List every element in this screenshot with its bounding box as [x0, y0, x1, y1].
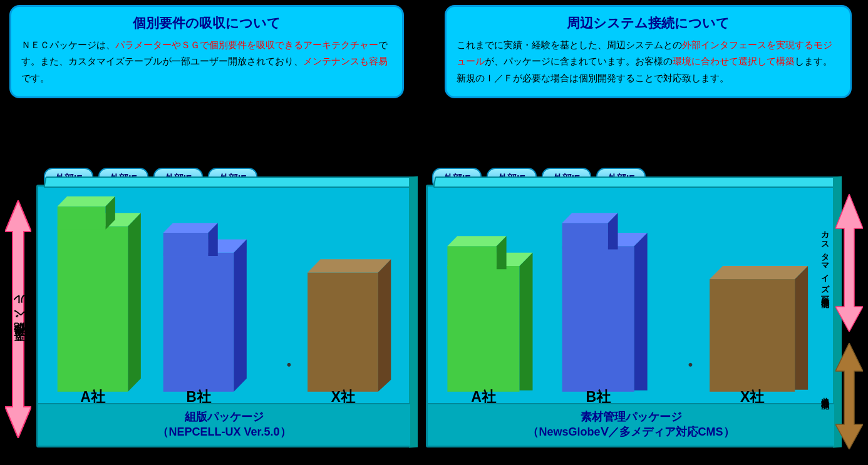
right-platform: A社 B社 ・ X社 素材管理パッケージ （NewsGlobeⅤ／多メディア対応… [426, 185, 836, 447]
svg-text:・: ・ [681, 355, 699, 376]
svg-marker-10 [234, 240, 246, 392]
svg-text:B社: B社 [586, 389, 611, 405]
left-text-red1: パラメーターやＳＧで個別要件を吸収できるアーキテクチャー [115, 39, 378, 50]
right-package-name: 素材管理パッケージ （NewsGlobeⅤ／多メディア対応CMS） [428, 403, 834, 446]
svg-marker-36 [710, 266, 808, 279]
svg-text:A社: A社 [81, 388, 106, 404]
svg-marker-3 [128, 213, 140, 392]
left-axis-label: 要求機能レベル [11, 297, 26, 350]
svg-rect-1 [58, 226, 128, 391]
right-info-box: 周辺システム接続について これまでに実績・経験を基とした、周辺システムとの外部イ… [445, 5, 852, 98]
right-top-arrow-container [835, 194, 863, 332]
left-text-part3: です。 [21, 73, 49, 83]
svg-text:X社: X社 [331, 388, 356, 404]
svg-rect-8 [163, 253, 234, 392]
right-bottom-label: 共通機能 [818, 347, 832, 438]
right-bars-svg: A社 B社 ・ X社 [428, 187, 834, 405]
right-box-title: 周辺システム接続について [457, 14, 840, 32]
svg-text:A社: A社 [471, 389, 496, 405]
main-layout: 個別要件の吸収について ＮＥＣパッケージは、パラメーターやＳＧで個別要件を吸収で… [0, 0, 868, 465]
svg-text:X社: X社 [740, 389, 765, 405]
left-info-box: 個別要件の吸収について ＮＥＣパッケージは、パラメーターやＳＧで個別要件を吸収で… [9, 5, 404, 98]
svg-rect-4 [58, 207, 106, 230]
right-bottom-arrow-container [835, 343, 863, 449]
left-package-name: 組版パッケージ （NEPCELL-UX Ver.5.0） [38, 403, 410, 446]
right-bottom-arrow-svg [835, 343, 863, 449]
svg-marker-18 [378, 259, 391, 392]
left-text-red2: メンテナンスも容易 [303, 56, 388, 66]
right-pkg-line1: 素材管理パッケージ [581, 411, 682, 423]
svg-marker-29 [634, 233, 648, 391]
svg-rect-11 [163, 233, 209, 256]
right-pkg-line2: （NewsGlobeⅤ／多メディア対応CMS） [527, 426, 734, 438]
svg-marker-5 [58, 197, 115, 207]
left-axis-arrow: 要求機能レベル [5, 200, 31, 446]
right-text-red2: 環境に合わせて選択して構築 [673, 56, 795, 66]
left-pkg-line1: 組版パッケージ [185, 411, 264, 423]
svg-rect-27 [562, 246, 634, 392]
svg-text:・: ・ [279, 355, 297, 376]
svg-marker-40 [835, 343, 863, 449]
svg-rect-35 [710, 279, 795, 392]
right-top-arrow-svg [835, 194, 863, 332]
svg-marker-31 [562, 213, 618, 223]
svg-rect-30 [562, 223, 608, 249]
left-platform: A社 B社 ・ X社 [36, 185, 412, 447]
left-platform-right-edge [409, 176, 418, 447]
svg-marker-39 [835, 194, 863, 332]
svg-rect-20 [447, 266, 519, 392]
svg-rect-16 [307, 272, 378, 391]
left-text-part1: ＮＥＣパッケージは、 [21, 39, 115, 50]
left-box-body: ＮＥＣパッケージは、パラメーターやＳＧで個別要件を吸収できるアーキテクチャーです… [21, 37, 392, 86]
left-bars-svg: A社 B社 ・ X社 [38, 187, 410, 405]
svg-marker-24 [447, 236, 506, 246]
svg-marker-37 [795, 266, 808, 390]
right-text-part2: が、パッケージに含まれています。お客様の [485, 56, 673, 66]
left-box-title: 個別要件の吸収について [21, 14, 392, 32]
right-box-body: これまでに実績・経験を基とした、周辺システムとの外部インタフェースを実現するモジ… [457, 37, 840, 86]
svg-text:B社: B社 [187, 388, 212, 404]
right-text-part1: これまでに実績・経験を基とした、周辺システムとの [457, 39, 682, 50]
svg-rect-23 [447, 246, 497, 269]
svg-marker-22 [520, 253, 533, 391]
right-top-label: カスタマイズ可能機能 [818, 197, 832, 322]
left-pkg-line2: （NEPCELL-UX Ver.5.0） [157, 426, 291, 438]
svg-marker-17 [307, 259, 391, 272]
